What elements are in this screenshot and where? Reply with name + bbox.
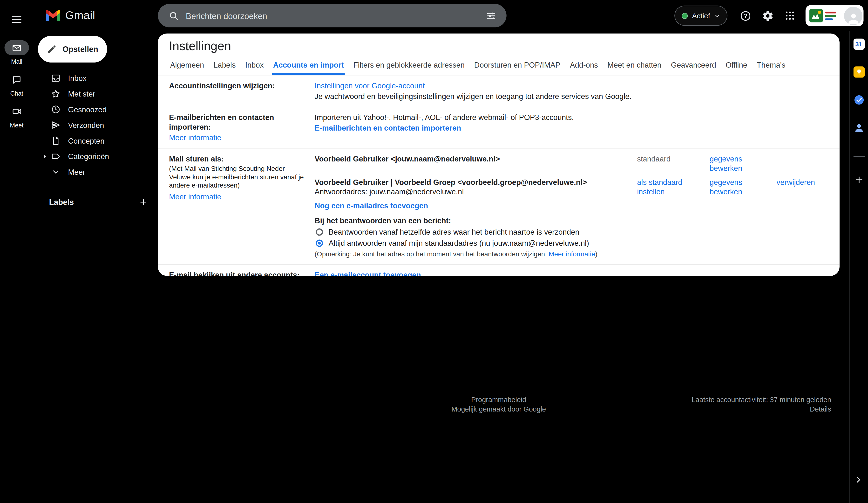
section-label: E-mailberichten en contacten importeren: (169, 113, 306, 132)
settings-button[interactable] (757, 5, 778, 26)
settings-tabs: Algemeen Labels Inbox Accounts en import… (158, 57, 839, 75)
rail-divider (853, 157, 865, 157)
sidebar-item-categorieen[interactable]: Categorieën (33, 149, 158, 164)
gmail-app: Mail Chat Meet Gmail (0, 0, 868, 503)
help-icon: ? (740, 10, 751, 21)
send-as-more-info-link[interactable]: Meer informatie (169, 192, 306, 202)
inbox-icon (50, 73, 61, 84)
tasks-app-button[interactable] (852, 94, 865, 106)
section-account-settings: Accountinstellingen wijzigen: Instelling… (158, 75, 839, 107)
edit-info-link[interactable]: gegevens bewerken (710, 155, 742, 173)
expand-chevron-icon[interactable] (41, 152, 49, 160)
keep-app-button[interactable] (852, 66, 865, 78)
drafts-icon (50, 135, 61, 146)
tab-algemeen[interactable]: Algemeen (169, 57, 205, 75)
chevron-down-icon (50, 166, 61, 178)
rail-item-chat[interactable]: Chat (4, 72, 29, 97)
send-as-note: (Met Mail van Stichting Scouting Neder V… (169, 165, 306, 190)
search-input[interactable] (184, 11, 481, 20)
status-label: Actief (692, 11, 710, 20)
delete-link[interactable]: verwijderen (777, 178, 815, 187)
tab-themas[interactable]: Thema's (756, 57, 786, 75)
pencil-icon (47, 44, 57, 54)
show-side-panel-button[interactable] (854, 475, 864, 485)
radio-same-address[interactable] (316, 228, 323, 235)
settings-gear-icon (762, 10, 774, 21)
settings-card: Instellingen Algemeen Labels Inbox Accou… (158, 33, 839, 276)
edit-info-link[interactable]: gegevens bewerken (710, 178, 742, 196)
sidebar-item-meer[interactable]: Meer (33, 164, 158, 180)
app-rail: Mail Chat Meet (0, 0, 33, 503)
sidebar-item-gesnoozed[interactable]: Gesnoozed (33, 102, 158, 117)
tab-meet-en-chatten[interactable]: Meet en chatten (606, 57, 663, 75)
add-mail-account-link[interactable]: Een e-mailaccount toevoegen (314, 270, 828, 276)
rail-label-mail: Mail (11, 58, 22, 65)
sent-icon (50, 120, 61, 131)
sidebar-item-verzonden[interactable]: Verzonden (33, 117, 158, 133)
tab-labels[interactable]: Labels (213, 57, 237, 75)
footer-right: Laatste accountactiviteit: 37 minuten ge… (692, 395, 831, 414)
tab-accounts-en-import[interactable]: Accounts en import (272, 57, 345, 75)
labels-header: Labels (49, 198, 74, 207)
search-options-button[interactable] (481, 6, 501, 26)
top-right-cluster: Actief ? (675, 0, 864, 31)
side-panel-rail: 31 (849, 31, 868, 503)
reply-note: (Opmerking: Je kunt het adres op het mom… (314, 250, 828, 259)
sidebar-nav: Inbox Met ster Gesnoozed (33, 70, 158, 180)
search-button[interactable] (164, 6, 184, 26)
gmail-brand[interactable]: Gmail (46, 9, 95, 22)
section-label: Accountinstellingen wijzigen: (169, 81, 306, 90)
reply-note-more-info-link[interactable]: Meer informatie (549, 250, 595, 258)
chevron-right-icon (854, 475, 864, 485)
radio-default-address[interactable] (316, 240, 323, 247)
google-account-settings-link[interactable]: Instellingen voor Google-account (314, 81, 828, 90)
calendar-app-button[interactable]: 31 (852, 38, 865, 50)
tab-geavanceerd[interactable]: Geavanceerd (670, 57, 717, 75)
sidebar-item-inbox[interactable]: Inbox (33, 70, 158, 86)
tab-filters[interactable]: Filters en geblokkeerde adressen (352, 57, 466, 75)
account-avatar[interactable] (844, 7, 862, 25)
tab-inbox[interactable]: Inbox (244, 57, 265, 75)
search-icon (168, 10, 179, 21)
availability-status-pill[interactable]: Actief (675, 6, 727, 26)
meet-camera-icon (4, 104, 29, 119)
main-menu-button[interactable] (6, 9, 28, 31)
search-bar (158, 4, 507, 27)
sidebar-item-concepten[interactable]: Concepten (33, 133, 158, 149)
create-label-button[interactable] (135, 194, 151, 210)
add-email-address-link[interactable]: Nog een e-mailadres toevoegen (314, 202, 428, 210)
set-as-default-link[interactable]: als standaard instellen (637, 178, 682, 196)
reply-behavior-heading: Bij het beantwoorden van een bericht: (314, 216, 828, 225)
import-more-info-link[interactable]: Meer informatie (169, 133, 306, 142)
google-apps-button[interactable] (779, 5, 800, 26)
reply-address: Antwoordadres: jouw.naam@nederveluwe.nl (314, 187, 637, 197)
default-badge: standaard (637, 154, 710, 173)
calendar-icon: 31 (853, 39, 865, 50)
radio-label: Altijd antwoorden vanaf mijn standaardad… (329, 239, 589, 248)
tab-doorsturen-pop-imap[interactable]: Doorsturen en POP/IMAP (473, 57, 561, 75)
organization-logo (809, 8, 838, 23)
keep-icon (853, 67, 865, 78)
account-area[interactable] (806, 5, 864, 26)
brand-name: Gmail (65, 9, 95, 22)
page-title: Instellingen (158, 33, 839, 57)
rail-item-meet[interactable]: Meet (4, 104, 29, 128)
chat-icon (4, 72, 29, 87)
compose-label: Opstellen (62, 45, 98, 53)
status-active-dot (682, 12, 688, 19)
activity-details-link[interactable]: Details (692, 405, 831, 414)
rail-item-mail[interactable]: Mail (4, 40, 29, 65)
tasks-icon (853, 94, 865, 105)
apps-grid-icon (784, 10, 795, 21)
section-description: Je wachtwoord en beveiligingsinstellinge… (314, 91, 828, 101)
tab-add-ons[interactable]: Add-ons (569, 57, 599, 75)
snooze-clock-icon (50, 104, 61, 115)
tab-offline[interactable]: Offline (725, 57, 748, 75)
help-button[interactable]: ? (735, 5, 756, 26)
contacts-app-button[interactable] (852, 122, 865, 134)
sidebar-item-met-ster[interactable]: Met ster (33, 86, 158, 102)
reply-option-same-address: Beantwoorden vanaf hetzelfde adres waar … (314, 227, 828, 237)
get-add-ons-button[interactable] (852, 174, 865, 186)
compose-button[interactable]: Opstellen (38, 36, 107, 62)
import-mail-contacts-link[interactable]: E-mailberichten en contacten importeren (314, 123, 828, 133)
